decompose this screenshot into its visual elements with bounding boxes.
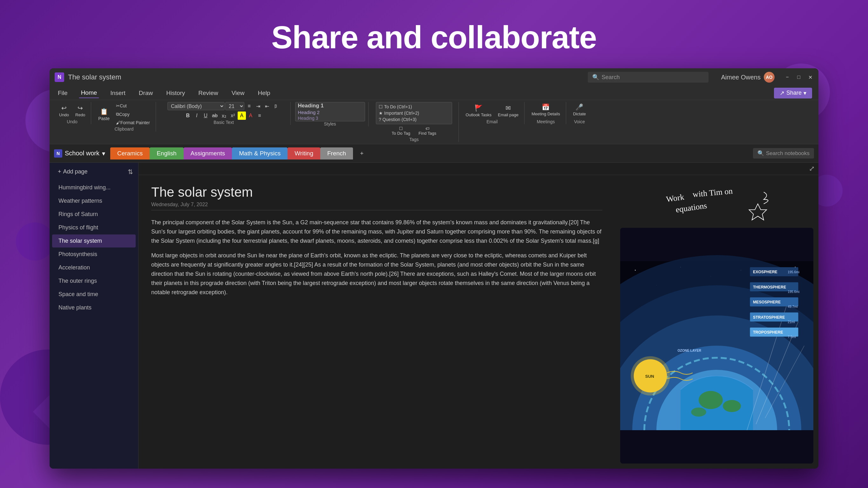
font-selector[interactable]: Calibri (Body) bbox=[167, 102, 225, 110]
cut-button[interactable]: ✂ Cut bbox=[114, 102, 153, 110]
important-tag[interactable]: ★ Important (Ctrl+2) bbox=[377, 110, 451, 116]
svg-text:EXOSPHERE: EXOSPHERE bbox=[753, 270, 777, 274]
menu-history[interactable]: History bbox=[164, 88, 187, 98]
dictate-button[interactable]: 🎤 Dictate bbox=[570, 102, 588, 118]
undo-icon: ↩ bbox=[61, 104, 67, 112]
superscript-button[interactable]: x² bbox=[229, 112, 237, 120]
search-icon: 🔍 bbox=[592, 74, 599, 81]
font-size-selector[interactable]: 21 bbox=[225, 102, 244, 110]
image-area: Work with Tim on equations bbox=[615, 175, 818, 468]
menu-home[interactable]: Home bbox=[79, 88, 99, 98]
email-page-button[interactable]: ✉ Email page bbox=[495, 103, 521, 119]
italic-button[interactable]: I bbox=[192, 112, 201, 120]
tab-french[interactable]: French bbox=[320, 147, 353, 159]
page-item-hummingbird[interactable]: Hummingbird wing... bbox=[52, 181, 136, 194]
svg-text:195.6mi: 195.6mi bbox=[787, 270, 799, 274]
page-item-acceleration[interactable]: Acceleration bbox=[52, 261, 136, 274]
maximize-button[interactable]: □ bbox=[796, 74, 802, 81]
menu-help[interactable]: Help bbox=[256, 88, 272, 98]
tab-ceramics[interactable]: Ceramics bbox=[110, 147, 150, 159]
tag-buttons: ☐ To Do Tag 🏷 Find Tags bbox=[389, 125, 439, 137]
sort-pages-button[interactable]: ⇅ bbox=[128, 168, 133, 176]
page-item-photosynthesis[interactable]: Photosynthesis bbox=[52, 248, 136, 261]
close-button[interactable]: ✕ bbox=[807, 74, 813, 81]
todo-tag[interactable]: ☐ To Do (Ctrl+1) bbox=[377, 103, 451, 110]
to-do-tag-button[interactable]: ☐ To Do Tag bbox=[389, 125, 413, 137]
menu-insert[interactable]: Insert bbox=[108, 88, 127, 98]
page-item-weather[interactable]: Weather patterns bbox=[52, 194, 136, 208]
page-item-solar[interactable]: The solar system bbox=[52, 235, 136, 247]
search-bar[interactable]: 🔍 Search bbox=[588, 72, 709, 83]
underline-button[interactable]: U bbox=[202, 112, 210, 120]
highlight-button[interactable]: A bbox=[238, 112, 246, 120]
page-item-rings[interactable]: Rings of Saturn bbox=[52, 208, 136, 221]
paste-button[interactable]: 📋 Paste bbox=[96, 106, 112, 122]
outlook-tasks-button[interactable]: 🚩 Outlook Tasks bbox=[463, 103, 494, 119]
menu-file[interactable]: File bbox=[56, 88, 69, 98]
share-button[interactable]: ↗ Share ▾ bbox=[774, 88, 812, 98]
svg-text:Work: Work bbox=[665, 192, 685, 204]
svg-text:STRATOSPHERE: STRATOSPHERE bbox=[753, 315, 785, 319]
tab-english[interactable]: English bbox=[150, 147, 183, 159]
find-tags-button[interactable]: 🏷 Find Tags bbox=[416, 125, 439, 137]
undo-button[interactable]: ↩ Undo bbox=[57, 103, 71, 119]
checkbox-icon: ☐ bbox=[379, 104, 383, 109]
page-item-native-plants[interactable]: Native plants bbox=[52, 301, 136, 314]
question-tag[interactable]: ? Question (Ctrl+3) bbox=[377, 116, 451, 123]
tab-writing[interactable]: Writing bbox=[287, 147, 320, 159]
tab-add[interactable]: + bbox=[353, 147, 370, 159]
window-title: The solar system bbox=[68, 73, 588, 81]
menu-review[interactable]: Review bbox=[196, 88, 220, 98]
copy-icon: ⧉ bbox=[116, 112, 119, 117]
sidebar-header: + Add page ⇅ bbox=[50, 163, 138, 181]
cut-icon: ✂ bbox=[116, 103, 120, 108]
undo-group-label: Undo bbox=[67, 119, 77, 124]
subscript-button[interactable]: x₂ bbox=[220, 112, 228, 120]
text-content[interactable]: The solar system Wednesday, July 7, 2022… bbox=[138, 175, 615, 468]
search-notebooks-label: Search notebooks bbox=[766, 150, 810, 157]
tab-assignments[interactable]: Assignments bbox=[184, 147, 232, 159]
title-bar: N The solar system 🔍 Search Aimee Owens … bbox=[50, 68, 818, 86]
doc-paragraph-2: Most large objects in orbit around the S… bbox=[151, 251, 602, 297]
menu-view[interactable]: View bbox=[230, 88, 247, 98]
search-placeholder: Search bbox=[602, 74, 620, 81]
page-item-space-time[interactable]: Space and time bbox=[52, 288, 136, 301]
tab-math-physics[interactable]: Math & Physics bbox=[232, 147, 287, 159]
notebook-selector[interactable]: N School work ▾ bbox=[54, 149, 110, 158]
add-page-button[interactable]: + Add page bbox=[55, 166, 91, 177]
list-button[interactable]: ≡ bbox=[245, 102, 253, 110]
sidebar-pages: Hummingbird wing... Weather patterns Rin… bbox=[50, 181, 138, 468]
page-item-outer-rings[interactable]: The outer rings bbox=[52, 274, 136, 287]
page-item-physics[interactable]: Physics of flight bbox=[52, 221, 136, 234]
svg-text:THERMOSPHERE: THERMOSPHERE bbox=[753, 285, 786, 289]
search-notebooks[interactable]: 🔍 Search notebooks bbox=[753, 148, 814, 158]
styles-group-label: Styles bbox=[324, 121, 336, 126]
clear-format-button[interactable]: Ꞵ bbox=[272, 102, 280, 110]
heading3-option[interactable]: Heading 3 bbox=[297, 115, 364, 121]
indent-button[interactable]: ⇥ bbox=[254, 102, 262, 110]
cut-copy-format-group: ✂ Cut ⧉ Copy 🖌 Format Painter bbox=[114, 102, 153, 126]
atmosphere-svg: SUN EXOSPHERE 195.6mi THERMOSPHERE 195.6… bbox=[620, 228, 813, 463]
strikethrough-button[interactable]: ab bbox=[210, 112, 219, 120]
email-buttons: 🚩 Outlook Tasks ✉ Email page bbox=[463, 102, 521, 119]
styles-dropdown[interactable]: Heading 1 Heading 2 Heading 3 bbox=[295, 102, 365, 121]
redo-button[interactable]: ↪ Redo bbox=[73, 103, 88, 119]
ribbon-styles-group: Heading 1 Heading 2 Heading 3 Styles bbox=[292, 102, 369, 126]
minimize-button[interactable]: − bbox=[784, 74, 790, 81]
bold-button[interactable]: B bbox=[184, 112, 192, 120]
align-button[interactable]: ≡ bbox=[255, 112, 264, 120]
handwriting-svg: Work with Tim on equations bbox=[623, 183, 810, 221]
user-name: Aimee Owens bbox=[721, 74, 761, 81]
expand-button[interactable]: ⤢ bbox=[809, 164, 815, 173]
heading1-option[interactable]: Heading 1 bbox=[297, 102, 364, 109]
tags-group-label: Tags bbox=[409, 137, 419, 142]
meeting-details-button[interactable]: 📅 Meeting Details bbox=[529, 102, 563, 118]
format-painter-button[interactable]: 🖌 Format Painter bbox=[114, 119, 153, 126]
decrease-indent-button[interactable]: ⇤ bbox=[263, 102, 271, 110]
copy-button[interactable]: ⧉ Copy bbox=[114, 110, 153, 118]
voice-group-label: Voice bbox=[574, 119, 585, 124]
svg-point-5 bbox=[635, 270, 636, 271]
font-color-button[interactable]: A bbox=[247, 112, 255, 120]
heading2-option[interactable]: Heading 2 bbox=[297, 109, 364, 115]
menu-draw[interactable]: Draw bbox=[137, 88, 155, 98]
